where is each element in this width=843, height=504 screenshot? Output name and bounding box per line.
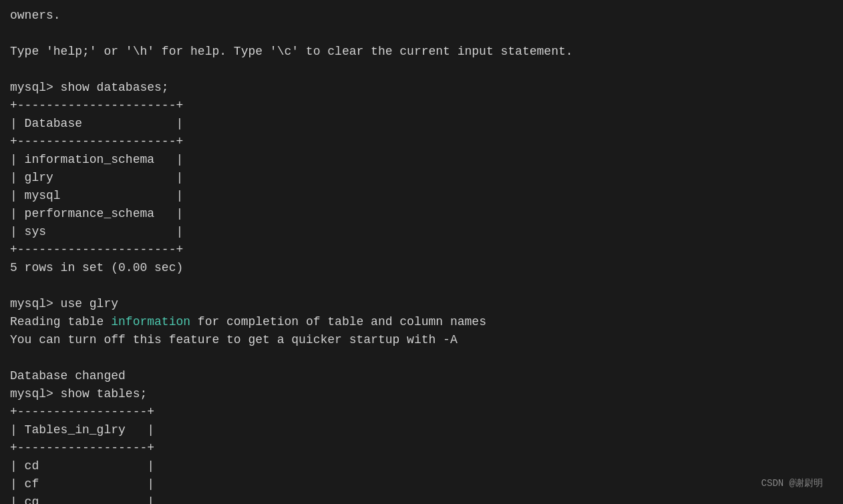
line-border3: +----------------------+ xyxy=(10,241,833,259)
line-t1: | cd | xyxy=(10,457,833,475)
line-help: Type 'help;' or '\h' for help. Type '\c'… xyxy=(10,43,833,61)
line-blank4 xyxy=(10,349,833,367)
line-show-db-cmd: mysql> show databases; xyxy=(10,79,833,97)
cyan-information: information xyxy=(111,315,190,328)
line-blank3 xyxy=(10,277,833,295)
terminal-window: owners. Type 'help;' or '\h' for help. T… xyxy=(10,7,833,497)
line-use-glry-cmd: mysql> use glry xyxy=(10,295,833,313)
line-t3: | cg | xyxy=(10,493,833,504)
line-turn-off: You can turn off this feature to get a q… xyxy=(10,331,833,349)
line-db5: | sys | xyxy=(10,223,833,241)
line-rows5: 5 rows in set (0.00 sec) xyxy=(10,259,833,277)
line-border1: +----------------------+ xyxy=(10,97,833,115)
line-reading-table: Reading table information for completion… xyxy=(10,313,833,331)
line-blank1 xyxy=(10,25,833,43)
line-border2: +----------------------+ xyxy=(10,133,833,151)
line-db3: | mysql | xyxy=(10,187,833,205)
line-t2: | cf | xyxy=(10,475,833,493)
watermark: CSDN @谢尉明 xyxy=(762,477,823,491)
line-db4: | performance_schema | xyxy=(10,205,833,223)
line-tborder2: +------------------+ xyxy=(10,439,833,457)
line-owners: owners. xyxy=(10,7,833,25)
line-db1: | information_schema | xyxy=(10,151,833,169)
line-db-header: | Database | xyxy=(10,115,833,133)
line-tables-header: | Tables_in_glry | xyxy=(10,421,833,439)
line-db2: | glry | xyxy=(10,169,833,187)
line-tborder1: +------------------+ xyxy=(10,403,833,421)
line-blank2 xyxy=(10,61,833,79)
line-show-tables-cmd: mysql> show tables; xyxy=(10,385,833,403)
line-db-changed: Database changed xyxy=(10,367,833,385)
line-reading-table-post: for completion of table and column names xyxy=(190,315,486,328)
